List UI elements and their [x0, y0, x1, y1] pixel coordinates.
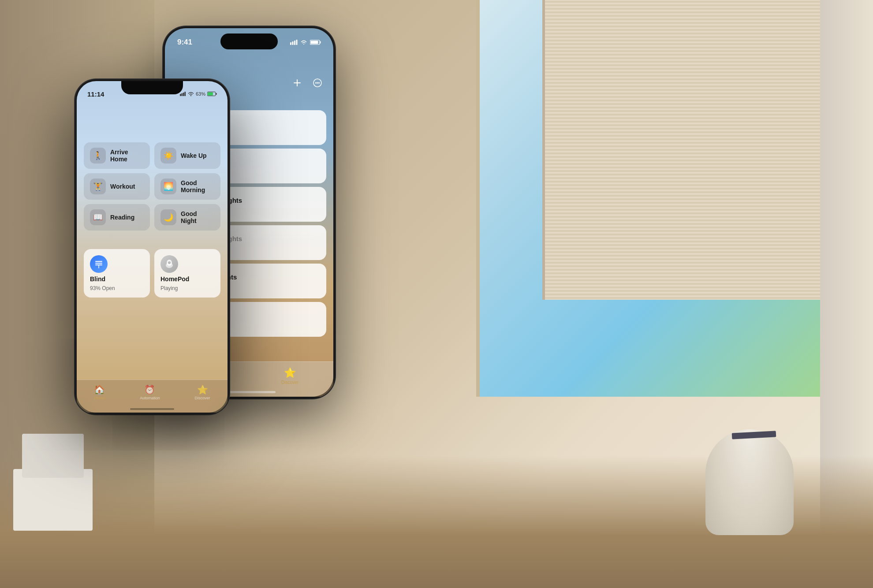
small-bg: [77, 81, 228, 413]
homepod-symbol: [164, 259, 174, 269]
small-home-tab-label: Home: [94, 396, 105, 400]
furniture-box-1: [13, 469, 93, 531]
svg-rect-32: [95, 263, 102, 264]
scene-reading[interactable]: 📖 Reading: [84, 204, 150, 231]
wake-up-icon: ☀️: [160, 148, 176, 164]
large-tab-discover[interactable]: ⭐ Discover: [281, 367, 298, 385]
scene-good-morning[interactable]: 🌅 Good Morning: [154, 173, 220, 200]
side-table: [705, 429, 794, 535]
good-night-label: Good Night: [181, 210, 214, 224]
reading-icon: 📖: [90, 209, 106, 225]
blind-status: 93% Open: [90, 285, 144, 291]
small-home-indicator: [130, 408, 174, 410]
svg-rect-3: [296, 40, 298, 45]
battery-icon: [310, 40, 321, 45]
svg-rect-20: [184, 92, 186, 96]
wake-up-label: Wake Up: [181, 152, 207, 159]
small-wifi-icon: [188, 92, 194, 96]
svg-rect-5: [320, 41, 321, 44]
svg-rect-18: [181, 93, 183, 97]
small-automation-tab-icon: ⏰: [144, 384, 155, 395]
large-header-icons: [290, 76, 325, 90]
svg-rect-17: [180, 94, 181, 96]
large-add-button[interactable]: [290, 76, 304, 90]
small-tab-home[interactable]: 🏠 Home: [94, 384, 105, 400]
svg-rect-31: [95, 261, 102, 262]
blind-symbol: [94, 259, 104, 269]
small-battery-text: 63%: [196, 91, 205, 97]
small-discover-tab-label: Discover: [195, 396, 210, 400]
small-tab-bar: 🏠 Home ⏰ Automation ⭐ Discover: [77, 380, 228, 413]
small-signal-icon: [180, 92, 186, 96]
phone-small-screen: 11:14 63%: [77, 81, 228, 413]
svg-rect-19: [183, 93, 184, 96]
svg-rect-23: [216, 93, 217, 95]
good-morning-icon: 🌅: [160, 179, 176, 194]
notch-small: [121, 81, 183, 94]
phone-small: 11:14 63%: [75, 79, 229, 414]
svg-rect-24: [208, 93, 213, 96]
homepod-name: HomePod: [160, 275, 214, 283]
small-tab-automation[interactable]: ⏰ Automation: [140, 384, 160, 400]
small-status-time: 11:14: [87, 90, 104, 98]
arrive-home-label: Arrive Home: [110, 149, 144, 163]
small-automation-tab-label: Automation: [140, 396, 160, 400]
discover-tab-icon: ⭐: [284, 367, 296, 379]
scene-good-night[interactable]: 🌙 Good Night: [154, 204, 220, 231]
arrive-home-icon: 🚶: [90, 148, 106, 164]
small-device-homepod[interactable]: HomePod Playing: [154, 249, 220, 298]
scene-arrive-home[interactable]: 🚶 Arrive Home: [84, 142, 150, 169]
large-more-button[interactable]: [310, 76, 325, 90]
large-status-icons: [290, 40, 321, 45]
dynamic-island-large: [220, 33, 278, 49]
small-battery-icon: [207, 92, 217, 96]
workout-icon: 🏋️: [90, 179, 106, 194]
svg-rect-1: [292, 41, 294, 45]
blind-name: Blind: [90, 275, 144, 283]
svg-point-14: [315, 82, 317, 84]
svg-rect-0: [290, 42, 291, 45]
homepod-icon: [160, 255, 178, 273]
signal-icon: [290, 40, 298, 45]
scene-workout[interactable]: 🏋️ Workout: [84, 173, 150, 200]
plus-icon: [293, 79, 301, 87]
good-morning-label: Good Morning: [181, 179, 214, 194]
small-home-tab-icon: 🏠: [94, 384, 105, 395]
workout-label: Workout: [110, 183, 135, 190]
svg-point-21: [190, 95, 191, 96]
svg-rect-6: [311, 41, 318, 44]
svg-rect-2: [294, 41, 295, 45]
svg-point-37: [168, 261, 171, 264]
homepod-status: Playing: [160, 285, 214, 291]
small-tab-discover[interactable]: ⭐ Discover: [195, 384, 210, 400]
more-icon: [313, 78, 322, 87]
wifi-icon: [300, 40, 307, 45]
discover-tab-label: Discover: [281, 380, 298, 385]
large-home-indicator: [223, 391, 276, 393]
small-discover-tab-icon: ⭐: [197, 384, 208, 395]
scene-wake-up[interactable]: ☀️ Wake Up: [154, 142, 220, 169]
good-night-icon: 🌙: [160, 209, 176, 225]
svg-point-16: [318, 82, 320, 84]
reading-label: Reading: [110, 214, 134, 221]
large-status-time: 9:41: [177, 38, 192, 47]
furniture-box-2: [22, 434, 84, 478]
svg-point-15: [317, 82, 318, 84]
small-status-icons: 63%: [180, 91, 217, 97]
small-device-blind[interactable]: Blind 93% Open: [84, 249, 150, 298]
blind-icon: [90, 255, 108, 273]
